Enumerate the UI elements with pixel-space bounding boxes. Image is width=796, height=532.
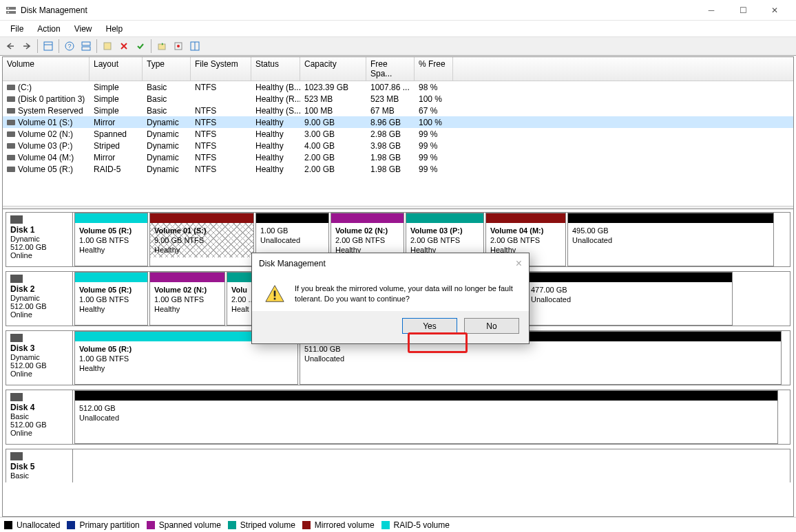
disk-label[interactable]: Disk 2Dynamic512.00 GBOnline bbox=[6, 272, 73, 326]
column-header[interactable]: Capacity bbox=[300, 57, 366, 81]
forward-button[interactable] bbox=[19, 39, 34, 54]
svg-point-2 bbox=[8, 8, 9, 9]
volume-row[interactable]: (Disk 0 partition 3)SimpleBasicHealthy (… bbox=[3, 93, 793, 105]
volume-row[interactable]: Volume 03 (P:)StripedDynamicNTFSHealthy4… bbox=[3, 140, 793, 151]
grid-header: VolumeLayoutTypeFile SystemStatusCapacit… bbox=[3, 57, 793, 81]
column-header[interactable]: Free Spa... bbox=[366, 57, 415, 81]
menu-view[interactable]: View bbox=[68, 22, 98, 36]
partition[interactable]: 495.00 GBUnallocated bbox=[567, 213, 774, 266]
svg-point-13 bbox=[177, 45, 180, 47]
menu-help[interactable]: Help bbox=[100, 22, 129, 36]
legend-swatch bbox=[302, 521, 311, 529]
column-header[interactable]: Volume bbox=[3, 57, 90, 81]
column-header[interactable]: File System bbox=[191, 57, 251, 81]
close-button[interactable]: ✕ bbox=[759, 0, 790, 21]
svg-rect-17 bbox=[274, 298, 276, 300]
menu-action[interactable]: Action bbox=[31, 22, 66, 36]
disk-label[interactable]: Disk 1Dynamic512.00 GBOnline bbox=[6, 213, 73, 266]
dialog-titlebar: Disk Management × bbox=[252, 253, 529, 274]
svg-rect-10 bbox=[104, 43, 111, 50]
svg-rect-8 bbox=[82, 42, 90, 45]
partition[interactable]: Volume 05 (R:)1.00 GB NTFSHealthy bbox=[74, 272, 148, 326]
partition[interactable]: Volume 02 (N:)1.00 GB NTFSHealthy bbox=[149, 272, 225, 326]
legend-label: Primary partition bbox=[79, 520, 139, 530]
check-button[interactable] bbox=[133, 39, 148, 54]
help-button[interactable]: ? bbox=[62, 39, 77, 54]
legend-label: Unallocated bbox=[17, 520, 60, 530]
dialog-message: If you break the mirrored volume, your d… bbox=[295, 284, 516, 304]
column-header[interactable]: % Free bbox=[415, 57, 453, 81]
partition[interactable]: Volume 01 (S:)9.00 GB NTFSHealthy bbox=[149, 213, 254, 266]
settings-button[interactable] bbox=[100, 39, 115, 54]
maximize-button[interactable]: ☐ bbox=[727, 0, 759, 21]
svg-text:?: ? bbox=[67, 43, 71, 50]
volume-row[interactable]: (C:)SimpleBasicNTFSHealthy (B...1023.39 … bbox=[3, 81, 793, 93]
legend-label: Mirrored volume bbox=[315, 520, 375, 530]
partition[interactable]: 477.00 GBUnallocated bbox=[526, 272, 733, 326]
volume-row[interactable]: Volume 02 (N:)SpannedDynamicNTFSHealthy3… bbox=[3, 128, 793, 140]
layout-button[interactable] bbox=[78, 39, 94, 54]
volume-row[interactable]: Volume 01 (S:)MirrorDynamicNTFSHealthy9.… bbox=[3, 116, 793, 128]
volume-row[interactable]: Volume 04 (M:)MirrorDynamicNTFSHealthy2.… bbox=[3, 151, 793, 163]
svg-rect-16 bbox=[274, 290, 276, 296]
legend-swatch bbox=[147, 521, 155, 529]
column-header[interactable]: Type bbox=[143, 57, 191, 81]
no-button[interactable]: No bbox=[464, 318, 519, 334]
volume-row[interactable]: System ReservedSimpleBasicNTFSHealthy (S… bbox=[3, 105, 793, 116]
titlebar: Disk Management ─ ☐ ✕ bbox=[0, 0, 796, 21]
disk-label[interactable]: Disk 5Basic bbox=[6, 449, 73, 482]
legend-swatch bbox=[67, 521, 75, 529]
dialog-title: Disk Management bbox=[259, 259, 326, 268]
properties-button[interactable] bbox=[187, 39, 202, 54]
legend-label: Striped volume bbox=[240, 520, 295, 530]
svg-rect-9 bbox=[82, 47, 90, 50]
refresh-button[interactable] bbox=[154, 39, 169, 54]
legend: UnallocatedPrimary partitionSpanned volu… bbox=[0, 517, 796, 532]
legend-swatch bbox=[4, 521, 12, 529]
legend-label: Spanned volume bbox=[159, 520, 221, 530]
partition[interactable]: 512.00 GBUnallocated bbox=[74, 390, 778, 444]
toolbar: ? bbox=[0, 36, 796, 56]
app-icon bbox=[6, 5, 17, 16]
column-header[interactable]: Layout bbox=[90, 57, 143, 81]
svg-point-3 bbox=[8, 12, 9, 13]
back-button[interactable] bbox=[3, 39, 18, 54]
confirm-dialog: Disk Management × If you break the mirro… bbox=[251, 253, 530, 344]
partition[interactable]: Volume 05 (R:)1.00 GB NTFSHealthy bbox=[74, 213, 148, 266]
view-button[interactable] bbox=[41, 39, 56, 54]
disk-label[interactable]: Disk 4Basic512.00 GBOnline bbox=[6, 390, 73, 444]
volumes-list[interactable]: (C:)SimpleBasicNTFSHealthy (B...1023.39 … bbox=[3, 81, 793, 175]
legend-swatch bbox=[381, 521, 390, 529]
rescan-button[interactable] bbox=[171, 39, 186, 54]
disk-label[interactable]: Disk 3Dynamic512.00 GBOnline bbox=[6, 331, 73, 385]
menubar: File Action View Help bbox=[0, 21, 796, 36]
dialog-close-button[interactable]: × bbox=[516, 257, 522, 270]
menu-file[interactable]: File bbox=[4, 22, 30, 36]
warning-icon bbox=[264, 284, 285, 304]
legend-label: RAID-5 volume bbox=[394, 520, 450, 530]
disk-row[interactable]: Disk 4Basic512.00 GBOnline512.00 GBUnall… bbox=[6, 390, 790, 445]
window-title: Disk Management bbox=[21, 6, 695, 15]
volume-row[interactable]: Volume 05 (R:)RAID-5DynamicNTFSHealthy2.… bbox=[3, 163, 793, 175]
minimize-button[interactable]: ─ bbox=[695, 0, 727, 21]
delete-button[interactable] bbox=[116, 39, 132, 54]
yes-button[interactable]: Yes bbox=[402, 318, 457, 334]
svg-rect-4 bbox=[44, 42, 52, 50]
legend-swatch bbox=[228, 521, 236, 529]
column-header[interactable]: Status bbox=[251, 57, 300, 81]
